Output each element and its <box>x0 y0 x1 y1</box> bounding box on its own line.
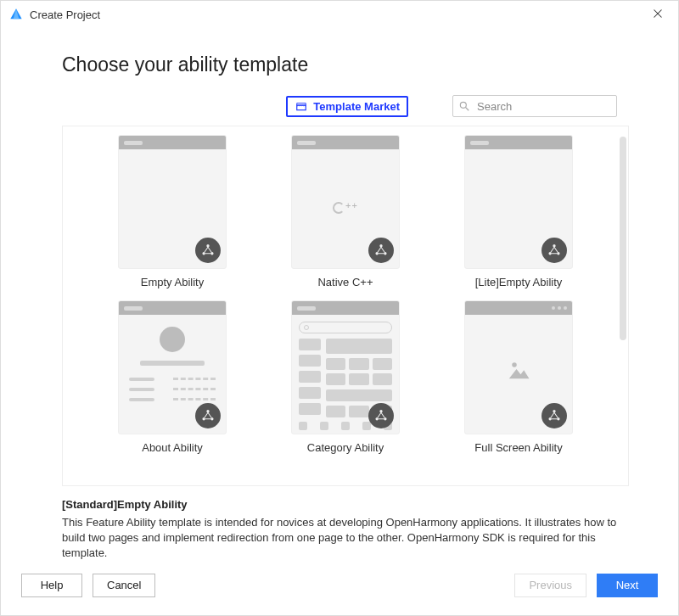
svg-point-11 <box>375 252 378 255</box>
window-title: Create Project <box>30 8 641 21</box>
svg-point-18 <box>210 417 213 420</box>
share-badge-icon <box>368 238 394 263</box>
template-label: Category Ability <box>265 441 426 454</box>
close-icon <box>653 8 663 19</box>
dialog-window: Create Project Choose your ability templ… <box>0 0 679 616</box>
template-full-screen-ability[interactable]: Full Screen Ability <box>438 300 599 461</box>
templates-list: Empty Ability ++ Nat <box>62 126 629 486</box>
svg-point-14 <box>548 252 551 255</box>
app-logo-icon <box>9 8 23 21</box>
vertical-scrollbar[interactable] <box>620 137 626 340</box>
share-badge-icon <box>195 403 221 428</box>
template-label: Native C++ <box>265 276 426 288</box>
template-empty-ability[interactable]: Empty Ability <box>92 135 253 295</box>
search-box[interactable] <box>452 95 617 117</box>
svg-point-12 <box>384 252 386 255</box>
search-icon <box>458 100 470 112</box>
template-label: [Lite]Empty Ability <box>438 276 599 288</box>
svg-point-15 <box>557 252 559 255</box>
template-label: Full Screen Ability <box>438 441 599 454</box>
svg-point-17 <box>202 417 205 420</box>
svg-point-5 <box>460 102 466 108</box>
image-placeholder-icon <box>502 357 535 385</box>
close-button[interactable] <box>641 1 675 28</box>
svg-marker-23 <box>509 369 530 378</box>
template-market-label: Template Market <box>313 100 400 113</box>
svg-point-22 <box>512 362 517 367</box>
svg-point-13 <box>553 244 555 247</box>
svg-point-24 <box>553 410 555 412</box>
template-market-button[interactable]: Template Market <box>286 96 408 117</box>
cancel-button[interactable]: Cancel <box>93 574 155 597</box>
svg-point-10 <box>379 244 382 247</box>
footer: Help Cancel Previous Next <box>1 562 678 613</box>
svg-point-9 <box>210 252 213 255</box>
template-description: [Standard]Empty Ability This Feature Abi… <box>62 498 617 562</box>
svg-line-6 <box>466 108 469 111</box>
description-body: This Feature Ability template is intende… <box>62 515 617 562</box>
svg-point-16 <box>206 410 209 412</box>
template-label: Empty Ability <box>92 276 253 288</box>
next-button[interactable]: Next <box>597 574 658 597</box>
svg-point-21 <box>384 417 386 420</box>
search-input[interactable] <box>475 99 621 114</box>
help-button[interactable]: Help <box>21 574 82 597</box>
svg-point-19 <box>379 410 382 412</box>
svg-point-20 <box>375 417 378 420</box>
template-native-cpp[interactable]: ++ Native C++ <box>265 135 426 295</box>
template-about-ability[interactable]: About Ability <box>92 300 253 461</box>
svg-point-26 <box>557 417 559 420</box>
share-badge-icon <box>368 403 394 428</box>
share-badge-icon <box>195 238 221 263</box>
template-category-ability[interactable]: Category Ability <box>265 300 426 461</box>
share-badge-icon <box>542 238 567 263</box>
svg-point-25 <box>548 417 551 420</box>
previous-button: Previous <box>514 574 586 597</box>
svg-point-8 <box>202 252 205 255</box>
page-title: Choose your ability template <box>62 53 678 76</box>
description-title: [Standard]Empty Ability <box>62 498 617 511</box>
template-lite-empty-ability[interactable]: [Lite]Empty Ability <box>438 135 599 295</box>
share-badge-icon <box>542 403 567 428</box>
market-icon <box>295 100 308 112</box>
svg-point-7 <box>206 244 209 247</box>
title-bar: Create Project <box>1 1 678 28</box>
template-label: About Ability <box>92 441 253 454</box>
